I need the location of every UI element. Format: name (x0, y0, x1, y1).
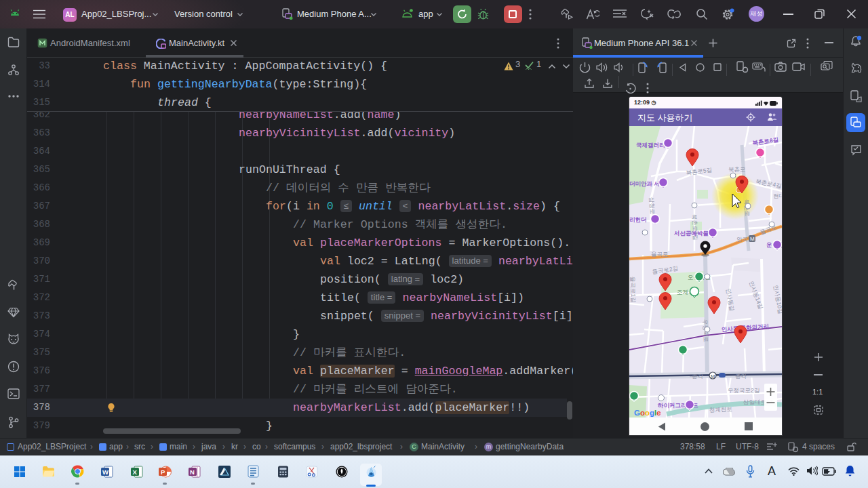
svg-text:율곡로1길: 율곡로1길 (629, 277, 637, 303)
svg-text:우정국로2길: 우정국로2길 (728, 387, 760, 394)
svg-text:M: M (750, 236, 755, 242)
svg-text:P: P (161, 468, 165, 476)
svg-text:M: M (711, 373, 715, 380)
svg-text:N: N (190, 468, 195, 476)
svg-text:X: X (133, 468, 138, 476)
svg-text:종각: 종각 (692, 373, 704, 380)
svg-text:국제갤러리: 국제갤러리 (636, 142, 665, 148)
svg-text:현대: 현대 (773, 192, 782, 199)
svg-text:Google: Google (634, 409, 661, 417)
svg-text:율곡로: 율곡로 (651, 251, 669, 258)
svg-text:종각: 종각 (735, 373, 747, 380)
svg-text:삼청로: 삼청로 (648, 197, 656, 215)
svg-text:북촌로: 북촌로 (728, 166, 746, 173)
svg-text:청계천로: 청계천로 (709, 405, 732, 413)
svg-text:W: W (102, 468, 108, 476)
svg-text:리헌더: 리헌더 (629, 216, 647, 223)
svg-text:안국: 안국 (736, 236, 748, 243)
